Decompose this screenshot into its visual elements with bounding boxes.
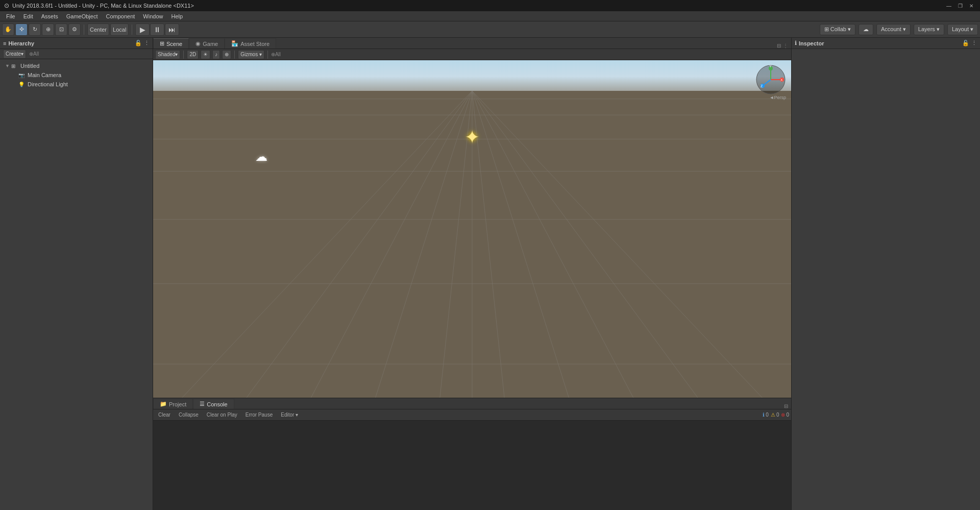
console-clear-on-play-button[interactable]: Clear on Play: [204, 410, 240, 420]
scene-viewport[interactable]: ✦ ☁ Y X Z: [153, 60, 791, 398]
hierarchy-directional-light[interactable]: 💡 Directional Light: [0, 80, 153, 89]
inspector-panel: ℹ Inspector 🔓 ⋮: [791, 38, 980, 510]
asset-store-tab-icon: 🏪: [231, 40, 238, 47]
menu-window[interactable]: Window: [139, 12, 167, 20]
console-editor-button[interactable]: Editor ▾: [278, 410, 301, 420]
title-bar: ⊙ Unity 2018.3.6f1 - Untitled - Unity - …: [0, 0, 980, 11]
pivot-button[interactable]: Center: [87, 23, 109, 36]
collab-icon: ⊞: [824, 26, 829, 33]
scale-tool[interactable]: ⊕: [42, 23, 54, 36]
asset-store-tab-label: Asset Store: [240, 41, 270, 47]
hand-tool[interactable]: ✋: [2, 23, 14, 36]
audio-button[interactable]: ♪: [212, 50, 220, 59]
pause-button[interactable]: ⏸: [150, 23, 164, 36]
hierarchy-scene-root[interactable]: ▼ ⊞ Untitled: [0, 61, 153, 70]
inspector-menu-icon[interactable]: ⋮: [971, 40, 977, 46]
rotate-tool[interactable]: ↻: [29, 23, 41, 36]
scene-toolbar-sep2: [234, 51, 235, 59]
menu-edit[interactable]: Edit: [19, 12, 37, 20]
scene-maximize-icon[interactable]: ⊟: [777, 43, 781, 48]
svg-line-16: [472, 91, 720, 398]
layers-button[interactable]: Layers ▾: [914, 24, 944, 35]
step-button[interactable]: ⏭: [165, 23, 179, 36]
inspector-content: [792, 49, 980, 510]
tab-project[interactable]: 📁 Project: [153, 399, 193, 409]
scene-icon: ⊞: [11, 63, 18, 69]
console-error-pause-button[interactable]: Error Pause: [242, 410, 276, 420]
toolbar-separator-2: [132, 25, 132, 35]
console-maximize-icon[interactable]: ⊟: [784, 403, 788, 409]
inspector-header: ℹ Inspector 🔓 ⋮: [792, 38, 980, 49]
hierarchy-menu-icon[interactable]: ⋮: [144, 40, 150, 46]
menu-assets[interactable]: Assets: [37, 12, 62, 20]
transform-tool[interactable]: ⚙: [68, 23, 81, 36]
console-content: [153, 421, 791, 510]
toolbar-right: ⊞ Collab ▾ ☁ Account ▾ Layers ▾ Layout ▾: [820, 24, 978, 35]
tab-console[interactable]: ☰ Console: [193, 399, 234, 409]
svg-line-17: [472, 91, 791, 398]
tab-scene[interactable]: ⊞ Scene: [153, 38, 189, 48]
cloud-object-icon: ☁: [255, 150, 267, 164]
tab-game[interactable]: ◉ Game: [189, 38, 225, 48]
window-title: Unity 2018.3.6f1 - Untitled - Unity - PC…: [12, 3, 194, 9]
console-info-badge: ℹ 0: [763, 412, 769, 418]
menu-help[interactable]: Help: [167, 12, 187, 20]
shading-dropdown[interactable]: Shaded ▾: [155, 50, 180, 59]
console-collapse-button[interactable]: Collapse: [176, 410, 202, 420]
info-icon: ℹ: [763, 412, 765, 418]
tab-asset-store[interactable]: 🏪 Asset Store: [225, 38, 276, 48]
hierarchy-main-camera[interactable]: 📷 Main Camera: [0, 70, 153, 80]
inspector-header-icons: 🔓 ⋮: [962, 40, 977, 46]
main-layout: ≡ Hierarchy 🔓 ⋮ Create ▾ ⊕All ▼ ⊞ Untitl…: [0, 38, 980, 510]
layout-button[interactable]: Layout ▾: [947, 24, 978, 35]
game-tab-label: Game: [203, 41, 218, 47]
project-tab-label: Project: [169, 401, 186, 407]
account-button[interactable]: Account ▾: [876, 24, 911, 35]
lighting-button[interactable]: ☀: [201, 50, 210, 59]
console-tab-icon: ☰: [200, 401, 205, 407]
close-button[interactable]: ✕: [967, 2, 976, 9]
menu-bar: File Edit Assets GameObject Component Wi…: [0, 11, 980, 21]
menu-gameobject[interactable]: GameObject: [62, 12, 102, 20]
collab-button[interactable]: ⊞ Collab ▾: [820, 24, 855, 35]
rect-tool[interactable]: ⊡: [55, 23, 67, 36]
effects-button[interactable]: ⊕: [222, 50, 231, 59]
2d-button[interactable]: 2D: [187, 50, 199, 59]
scene-toolbar-sep1: [183, 51, 184, 59]
gizmos-button[interactable]: Gizmos ▾: [238, 50, 264, 59]
console-clear-button[interactable]: Clear: [155, 410, 174, 420]
scene-tab-label: Scene: [166, 41, 182, 47]
play-button[interactable]: ▶: [135, 23, 150, 36]
restore-button[interactable]: ❐: [955, 2, 965, 9]
hierarchy-title: Hierarchy: [8, 40, 34, 46]
scene-menu-icon[interactable]: ⋮: [783, 43, 788, 48]
svg-text:Z: Z: [761, 84, 763, 88]
unity-logo-icon: ⊙: [4, 2, 9, 9]
scene-orientation-gizmo[interactable]: Y X Z: [755, 64, 786, 95]
scene-name: Untitled: [20, 63, 39, 69]
toolbar-separator-1: [84, 25, 84, 35]
minimize-button[interactable]: —: [944, 2, 953, 9]
menu-file[interactable]: File: [2, 12, 19, 20]
toolbar: ✋ ✜ ↻ ⊕ ⊡ ⚙ Center Local ▶ ⏸ ⏭ ⊞ Collab …: [0, 21, 980, 38]
create-dropdown[interactable]: Create ▾: [3, 50, 26, 59]
inspector-title: Inspector: [799, 40, 824, 46]
play-controls: ▶ ⏸ ⏭: [135, 23, 179, 36]
console-panel-controls: ⊟: [784, 403, 791, 409]
scene-perspective-label[interactable]: ◄Persp: [770, 95, 786, 100]
error-count: 0: [786, 412, 789, 418]
transform-tools: ✋ ✜ ↻ ⊕ ⊡ ⚙: [2, 23, 81, 36]
menu-component[interactable]: Component: [102, 12, 139, 20]
coord-button[interactable]: Local: [110, 23, 129, 36]
inspector-lock-icon[interactable]: 🔓: [962, 40, 969, 46]
scene-panel-controls: ⊟ ⋮: [777, 43, 791, 48]
camera-icon: 📷: [18, 72, 26, 78]
hierarchy-panel: ≡ Hierarchy 🔓 ⋮ Create ▾ ⊕All ▼ ⊞ Untitl…: [0, 38, 153, 510]
bottom-tabs: 📁 Project ☰ Console ⊟: [153, 398, 791, 409]
window-controls: — ❐ ✕: [944, 2, 976, 9]
scene-tab-icon: ⊞: [160, 40, 164, 47]
hierarchy-lock-icon[interactable]: 🔓: [135, 40, 142, 46]
move-tool[interactable]: ✜: [15, 23, 28, 36]
bottom-panel: 📁 Project ☰ Console ⊟ Clear Collapse Cle…: [153, 398, 791, 510]
cloud-button[interactable]: ☁: [859, 24, 873, 35]
